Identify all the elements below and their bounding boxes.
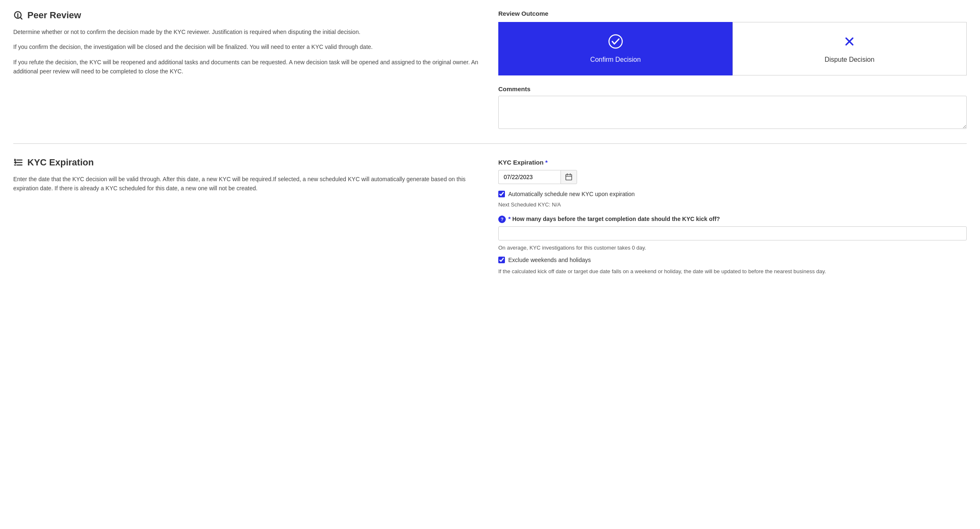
avg-note: On average, KYC investigations for this … — [498, 245, 967, 251]
help-icon: ? — [498, 216, 506, 223]
dispute-decision-button[interactable]: Dispute Decision — [733, 22, 967, 75]
svg-point-4 — [18, 17, 18, 17]
outcome-buttons: Confirm Decision Dispute Decision — [498, 22, 967, 75]
dispute-x-icon — [842, 34, 857, 52]
review-outcome-panel: Review Outcome Confirm Decision — [498, 10, 967, 130]
peer-review-left: Peer Review Determine whether or not to … — [13, 10, 482, 130]
comments-textarea[interactable] — [498, 96, 967, 129]
dispute-decision-label: Dispute Decision — [825, 56, 874, 63]
svg-rect-14 — [566, 175, 572, 180]
peer-review-icon — [13, 10, 23, 20]
kyc-expiration-description: Enter the date that the KYC decision wil… — [13, 175, 482, 193]
kyc-expiration-right: KYC Expiration * Automatically schedule … — [498, 157, 967, 275]
peer-review-description: Determine whether or not to confirm the … — [13, 27, 482, 76]
kickoff-required-star: * — [508, 215, 511, 222]
svg-point-5 — [609, 35, 622, 48]
kyc-expiration-field-label: KYC Expiration * — [498, 159, 967, 166]
next-scheduled-text: Next Scheduled KYC: N/A — [498, 201, 967, 208]
kyc-expiration-section: KYC Expiration Enter the date that the K… — [13, 143, 967, 289]
kickoff-question-label: ? * How many days before the target comp… — [498, 214, 967, 224]
kyc-expiration-left: KYC Expiration Enter the date that the K… — [13, 157, 482, 275]
confirm-decision-button[interactable]: Confirm Decision — [498, 22, 733, 75]
comments-label: Comments — [498, 85, 967, 92]
kyc-expiration-title: KYC Expiration — [13, 157, 482, 168]
calendar-icon — [565, 173, 572, 181]
required-star: * — [545, 159, 548, 166]
auto-schedule-checkbox[interactable] — [498, 191, 505, 197]
peer-review-title: Peer Review — [13, 10, 482, 21]
exclude-note: If the calculated kick off date or targe… — [498, 267, 967, 276]
svg-line-1 — [20, 17, 22, 19]
calendar-button[interactable] — [560, 170, 577, 184]
auto-schedule-row: Automatically schedule new KYC upon expi… — [498, 191, 967, 197]
kyc-expiration-icon — [13, 158, 23, 167]
kyc-expiration-date-input[interactable] — [498, 170, 560, 184]
exclude-weekends-checkbox[interactable] — [498, 257, 505, 263]
review-outcome-label: Review Outcome — [498, 10, 967, 17]
exclude-weekends-row: Exclude weekends and holidays — [498, 257, 967, 263]
peer-review-section: Peer Review Determine whether or not to … — [13, 10, 967, 143]
auto-schedule-label: Automatically schedule new KYC upon expi… — [508, 191, 635, 197]
confirm-check-icon — [608, 34, 623, 52]
exclude-weekends-label: Exclude weekends and holidays — [508, 257, 591, 263]
confirm-decision-label: Confirm Decision — [590, 56, 641, 63]
date-row — [498, 170, 967, 184]
kickoff-days-input[interactable] — [498, 226, 967, 240]
